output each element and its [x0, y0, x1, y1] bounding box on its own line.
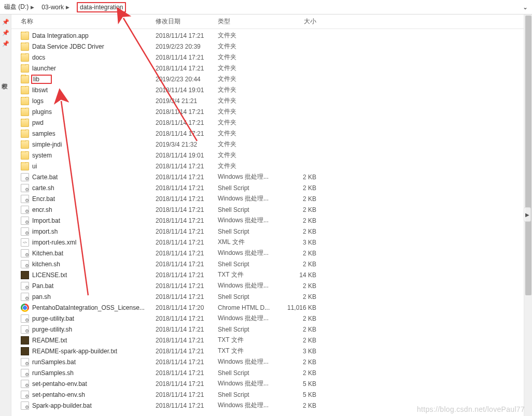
- file-row[interactable]: runSamples.sh2018/11/14 17:21Shell Scrip…: [11, 367, 532, 378]
- file-row[interactable]: encr.sh2018/11/14 17:21Shell Script2 KB: [11, 204, 532, 215]
- file-row[interactable]: libswt2018/11/14 19:01文件夹: [11, 84, 532, 95]
- crumb-mid[interactable]: 03-work ▶: [37, 0, 73, 14]
- file-date: 2018/11/14 17:21: [156, 293, 218, 300]
- scrollbar-thumb[interactable]: [525, 16, 531, 295]
- file-type: 文件夹: [218, 140, 280, 149]
- sh-icon: [21, 227, 29, 236]
- file-date: 2018/11/14 17:21: [156, 282, 218, 290]
- file-row[interactable]: PentahoDataIntegration_OSS_License...201…: [11, 302, 532, 313]
- folder-icon: [21, 64, 29, 73]
- file-row[interactable]: import.sh2018/11/14 17:21Shell Script2 K…: [11, 226, 532, 237]
- file-name: LICENSE.txt: [32, 271, 67, 279]
- file-date: 2018/11/14 17:21: [156, 217, 218, 224]
- file-row[interactable]: Encr.bat2018/11/14 17:21Windows 批处理...2 …: [11, 193, 532, 204]
- dropdown-icon[interactable]: ⌄: [523, 4, 532, 11]
- file-row[interactable]: pan.sh2018/11/14 17:21Shell Script2 KB: [11, 291, 532, 302]
- file-size: 2 KB: [280, 293, 321, 300]
- file-date: 2018/11/14 19:01: [156, 152, 218, 159]
- file-rows: Data Integration.app2018/11/14 17:21文件夹D…: [11, 29, 532, 411]
- file-row[interactable]: launcher2018/11/14 17:21文件夹: [11, 63, 532, 74]
- bat-icon: [21, 380, 29, 388]
- file-size: 14 KB: [280, 271, 321, 279]
- chrome-icon: [21, 304, 29, 312]
- folder-icon: [21, 42, 29, 51]
- file-type: Windows 批处理...: [218, 216, 280, 225]
- file-row[interactable]: samples2018/11/14 17:21文件夹: [11, 128, 532, 139]
- file-date: 2018/11/14 17:21: [156, 65, 218, 72]
- file-type: Shell Script: [218, 228, 280, 235]
- col-date-header[interactable]: 修改日期: [156, 17, 218, 26]
- file-type: XML 文件: [218, 238, 280, 247]
- file-row[interactable]: set-pentaho-env.bat2018/11/14 17:21Windo…: [11, 378, 532, 389]
- breadcrumb-bar: 磁盘 (D:) ▶ 03-work ▶ data-integration ⌄: [0, 0, 532, 15]
- sh-icon: [21, 206, 29, 214]
- file-type: Windows 批处理...: [218, 281, 280, 290]
- file-row[interactable]: Pan.bat2018/11/14 17:21Windows 批处理...2 K…: [11, 280, 532, 291]
- file-row[interactable]: logs2019/3/4 21:21文件夹: [11, 95, 532, 106]
- file-type: 文件夹: [218, 53, 280, 62]
- file-row[interactable]: docs2018/11/14 17:21文件夹: [11, 52, 532, 63]
- file-date: 2018/11/14 17:21: [156, 391, 218, 398]
- file-row[interactable]: pwd2018/11/14 17:21文件夹: [11, 117, 532, 128]
- file-type: Windows 批处理...: [218, 379, 280, 388]
- file-size: 2 KB: [280, 250, 321, 257]
- file-row[interactable]: purge-utility.sh2018/11/14 17:21Shell Sc…: [11, 324, 532, 335]
- file-name: runSamples.sh: [32, 369, 74, 377]
- file-name: launcher: [32, 65, 56, 72]
- file-row[interactable]: carte.sh2018/11/14 17:21Shell Script2 KB: [11, 182, 532, 193]
- file-row[interactable]: Carte.bat2018/11/14 17:21Windows 批处理...2…: [11, 171, 532, 182]
- file-size: 2 KB: [280, 174, 321, 181]
- col-type-header[interactable]: 类型: [218, 17, 280, 26]
- xml-icon: [21, 238, 29, 247]
- file-row[interactable]: Data Service JDBC Driver2019/2/23 20:39文…: [11, 41, 532, 52]
- col-name-header[interactable]: 名称: [21, 17, 156, 26]
- file-row[interactable]: Import.bat2018/11/14 17:21Windows 批处理...…: [11, 215, 532, 226]
- file-row[interactable]: README.txt2018/11/14 17:21TXT 文件2 KB: [11, 335, 532, 346]
- file-type: Shell Script: [218, 206, 280, 213]
- bat-icon: [21, 314, 29, 323]
- file-row[interactable]: kitchen.sh2018/11/14 17:21Shell Script2 …: [11, 259, 532, 269]
- crumb-leaf[interactable]: data-integration: [73, 0, 129, 14]
- file-name: Import.bat: [32, 217, 60, 224]
- file-size: 2 KB: [280, 358, 321, 366]
- file-name: runSamples.bat: [32, 358, 76, 366]
- file-name: set-pentaho-env.sh: [32, 391, 85, 398]
- file-size: 5 KB: [280, 380, 321, 388]
- panel-expand-icon[interactable]: ▶: [524, 207, 531, 222]
- sh-icon: [21, 325, 29, 334]
- file-row[interactable]: ui2018/11/14 17:21文件夹: [11, 161, 532, 171]
- file-size: 2 KB: [280, 206, 321, 213]
- pin-icon[interactable]: 📌: [0, 25, 11, 36]
- txty-icon: [21, 271, 29, 279]
- file-row[interactable]: LICENSE.txt2018/11/14 17:21TXT 文件14 KB: [11, 269, 532, 280]
- file-name: libswt: [32, 87, 48, 94]
- crumb-root[interactable]: 磁盘 (D:) ▶: [0, 0, 37, 14]
- file-date: 2018/11/14 17:21: [156, 108, 218, 116]
- file-name: Encr.bat: [32, 195, 55, 203]
- file-row[interactable]: lib2019/2/23 20:44文件夹: [11, 74, 532, 84]
- bat-icon: [21, 282, 29, 290]
- file-row[interactable]: import-rules.xml2018/11/14 17:21XML 文件3 …: [11, 237, 532, 248]
- folder-icon: [21, 119, 29, 127]
- file-row[interactable]: Data Integration.app2018/11/14 17:21文件夹: [11, 30, 532, 41]
- file-type: 文件夹: [218, 31, 280, 40]
- file-name: carte.sh: [32, 184, 54, 192]
- file-type: Chrome HTML D...: [218, 304, 280, 311]
- file-type: Windows 批处理...: [218, 194, 280, 203]
- file-date: 2018/11/14 17:21: [156, 119, 218, 126]
- file-row[interactable]: system2018/11/14 19:01文件夹: [11, 150, 532, 161]
- file-row[interactable]: set-pentaho-env.sh2018/11/14 17:21Shell …: [11, 389, 532, 400]
- file-date: 2018/11/14 17:21: [156, 326, 218, 333]
- file-row[interactable]: Kitchen.bat2018/11/14 17:21Windows 批处理..…: [11, 248, 532, 259]
- sh-icon: [21, 391, 29, 399]
- file-row[interactable]: purge-utility.bat2018/11/14 17:21Windows…: [11, 313, 532, 324]
- file-row[interactable]: simple-jndi2019/3/4 21:32文件夹: [11, 139, 532, 150]
- pin-icon[interactable]: 📌: [0, 36, 11, 47]
- file-name: encr.sh: [32, 206, 52, 213]
- pin-icon[interactable]: 📌: [0, 15, 11, 25]
- col-size-header[interactable]: 大小: [280, 17, 321, 26]
- file-row[interactable]: plugins2018/11/14 17:21文件夹: [11, 106, 532, 117]
- file-row[interactable]: README-spark-app-builder.txt2018/11/14 1…: [11, 346, 532, 356]
- file-row[interactable]: runSamples.bat2018/11/14 17:21Windows 批处…: [11, 356, 532, 367]
- sh-icon: [21, 260, 29, 268]
